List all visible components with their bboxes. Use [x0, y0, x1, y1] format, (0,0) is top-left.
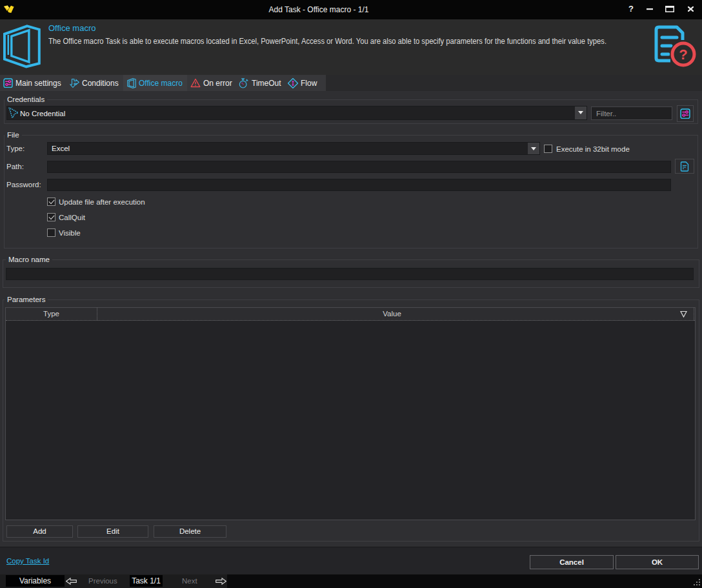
- svg-text:?: ?: [679, 46, 687, 63]
